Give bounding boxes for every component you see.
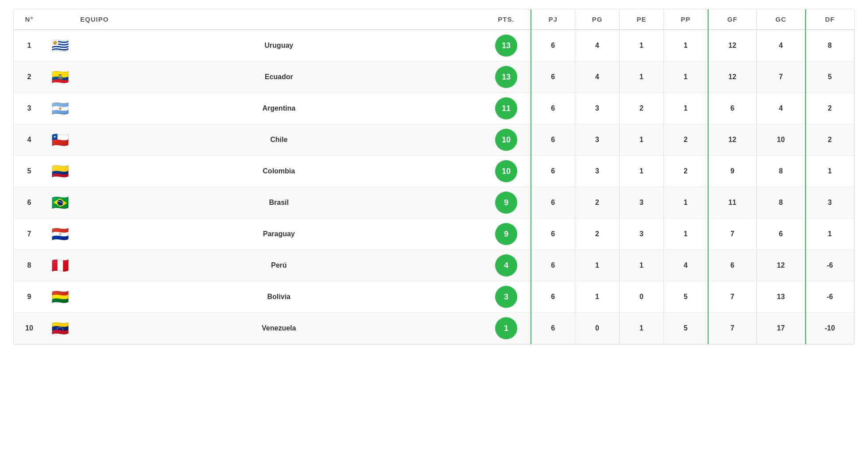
header-equipo: EQUIPO [76,9,482,30]
pts-badge: 10 [495,160,517,182]
team-flag: 🇵🇾 [45,219,76,250]
team-gc: 10 [757,124,806,156]
team-pe: 3 [620,187,664,219]
team-name: Uruguay [76,30,482,61]
team-gf: 12 [708,30,757,61]
team-rank: 2 [14,61,45,93]
team-pts: 1 [482,313,531,344]
team-pg: 1 [575,281,620,313]
team-pts: 10 [482,124,531,156]
team-pts: 9 [482,187,531,219]
team-pe: 2 [620,93,664,124]
flag-icon: 🇵🇾 [51,226,69,242]
team-pg: 0 [575,313,620,344]
team-flag: 🇻🇪 [45,313,76,344]
table-row: 4 🇨🇱 Chile 10 6 3 1 2 12 10 2 [14,124,854,156]
team-pj: 6 [531,219,575,250]
team-df: -6 [806,250,854,281]
team-flag: 🇨🇴 [45,156,76,187]
team-pp: 2 [664,124,708,156]
team-name: Venezuela [76,313,482,344]
pts-badge: 13 [495,66,517,88]
team-pe: 1 [620,30,664,61]
table-row: 1 🇺🇾 Uruguay 13 6 4 1 1 12 4 8 [14,30,854,61]
team-pg: 2 [575,187,620,219]
flag-icon: 🇺🇾 [51,38,69,54]
team-rank: 7 [14,219,45,250]
table-row: 10 🇻🇪 Venezuela 1 6 0 1 5 7 17 -10 [14,313,854,344]
flag-icon: 🇧🇷 [51,195,69,211]
team-gc: 12 [757,250,806,281]
table-row: 9 🇧🇴 Bolivia 3 6 1 0 5 7 13 -6 [14,281,854,313]
team-pe: 1 [620,156,664,187]
team-pe: 3 [620,219,664,250]
flag-icon: 🇻🇪 [51,320,69,336]
team-flag: 🇦🇷 [45,93,76,124]
team-pg: 3 [575,93,620,124]
team-df: 2 [806,93,854,124]
team-rank: 10 [14,313,45,344]
team-df: -6 [806,281,854,313]
pts-badge: 10 [495,129,517,151]
team-rank: 4 [14,124,45,156]
team-name: Brasil [76,187,482,219]
pts-badge: 13 [495,35,517,57]
team-gc: 4 [757,30,806,61]
team-pts: 13 [482,30,531,61]
header-pp: PP [664,9,708,30]
team-gf: 7 [708,313,757,344]
team-gf: 11 [708,187,757,219]
table-row: 6 🇧🇷 Brasil 9 6 2 3 1 11 8 3 [14,187,854,219]
team-rank: 8 [14,250,45,281]
team-pg: 3 [575,124,620,156]
team-name: Ecuador [76,61,482,93]
team-gf: 7 [708,219,757,250]
team-df: 8 [806,30,854,61]
team-pj: 6 [531,124,575,156]
team-pp: 1 [664,30,708,61]
team-pj: 6 [531,250,575,281]
team-pp: 5 [664,313,708,344]
team-pj: 6 [531,187,575,219]
team-pts: 13 [482,61,531,93]
team-df: 1 [806,156,854,187]
team-pts: 11 [482,93,531,124]
team-df: 1 [806,219,854,250]
team-gf: 12 [708,124,757,156]
header-rank: N° [14,9,45,30]
table-header-row: N° EQUIPO PTS. PJ PG PE PP GF GC DF [14,9,854,30]
team-name: Chile [76,124,482,156]
team-name: Bolivia [76,281,482,313]
table-row: 5 🇨🇴 Colombia 10 6 3 1 2 9 8 1 [14,156,854,187]
team-gf: 6 [708,93,757,124]
flag-icon: 🇪🇨 [51,69,69,85]
header-pg: PG [575,9,620,30]
pts-badge: 9 [495,223,517,245]
team-flag: 🇨🇱 [45,124,76,156]
team-pg: 1 [575,250,620,281]
team-gc: 17 [757,313,806,344]
flag-icon: 🇨🇱 [51,132,69,148]
table-row: 8 🇵🇪 Perú 4 6 1 1 4 6 12 -6 [14,250,854,281]
team-rank: 6 [14,187,45,219]
team-pg: 4 [575,61,620,93]
team-gc: 6 [757,219,806,250]
team-df: 2 [806,124,854,156]
team-pg: 2 [575,219,620,250]
team-gc: 4 [757,93,806,124]
team-pe: 0 [620,281,664,313]
team-gc: 8 [757,156,806,187]
team-gf: 7 [708,281,757,313]
team-pe: 1 [620,313,664,344]
team-pp: 1 [664,61,708,93]
team-name: Argentina [76,93,482,124]
pts-badge: 1 [495,317,517,339]
team-df: -10 [806,313,854,344]
team-rank: 3 [14,93,45,124]
team-rank: 5 [14,156,45,187]
table-row: 3 🇦🇷 Argentina 11 6 3 2 1 6 4 2 [14,93,854,124]
team-df: 3 [806,187,854,219]
team-name: Colombia [76,156,482,187]
team-pj: 6 [531,313,575,344]
team-pts: 4 [482,250,531,281]
